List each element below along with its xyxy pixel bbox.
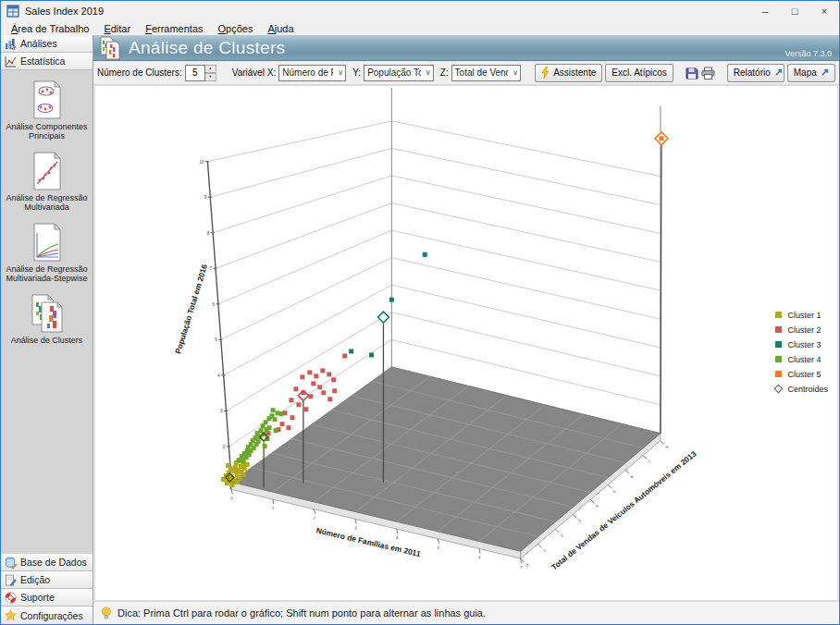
- data-point[interactable]: [230, 483, 235, 487]
- data-point[interactable]: [342, 353, 347, 358]
- stepper-down-button[interactable]: ▼: [205, 73, 216, 81]
- data-point[interactable]: [289, 398, 293, 402]
- variable-x-select[interactable]: Número de Família ∨: [278, 65, 346, 81]
- data-point[interactable]: [263, 444, 267, 448]
- variable-y-select[interactable]: População Total em ∨: [364, 65, 434, 81]
- data-point[interactable]: [349, 349, 353, 353]
- data-point[interactable]: [274, 428, 278, 433]
- cluster-swatch-icon: [775, 312, 782, 318]
- chart-panel: 1098765432101234567012345678População To…: [94, 85, 838, 601]
- tool-analise-componentes-principais[interactable]: Análise Componentes Principais: [2, 80, 93, 141]
- data-point[interactable]: [321, 390, 326, 395]
- clusters-count-input[interactable]: [185, 65, 205, 81]
- data-point[interactable]: [286, 425, 290, 430]
- tool-analise-de-clusters[interactable]: Análise de Clusters: [2, 293, 93, 345]
- data-point[interactable]: [300, 374, 304, 379]
- sidebar-item-suporte[interactable]: Suporte: [1, 589, 93, 607]
- sidebar-item-edicao[interactable]: Edição: [1, 571, 93, 589]
- database-icon: [5, 557, 17, 569]
- data-point[interactable]: [241, 472, 246, 477]
- data-point[interactable]: [290, 415, 294, 420]
- bar-chart-icon: [5, 38, 17, 50]
- lifebuoy-icon: [5, 592, 17, 604]
- y-axis-title: População Total em 2016: [173, 263, 209, 354]
- print-button[interactable]: [701, 64, 715, 82]
- assistant-button[interactable]: Assistente: [535, 64, 602, 82]
- stepper-up-button[interactable]: ▲: [205, 65, 216, 73]
- menu-bar: Área de Trabalho Editar Ferramentas Opçõ…: [1, 21, 839, 35]
- svg-text:3: 3: [577, 518, 582, 523]
- menu-ajuda[interactable]: Ajuda: [261, 23, 300, 34]
- data-point[interactable]: [271, 408, 276, 412]
- data-point[interactable]: [314, 374, 318, 378]
- exclude-outliers-button[interactable]: Excl. Atípicos: [605, 64, 673, 82]
- floppy-disk-icon: [686, 67, 698, 80]
- lightning-icon: [541, 67, 550, 79]
- data-point[interactable]: [320, 368, 325, 373]
- edit-page-icon: [5, 574, 17, 586]
- data-point[interactable]: [331, 377, 336, 382]
- data-point[interactable]: [256, 439, 261, 444]
- legend-item: Centroides: [775, 385, 828, 393]
- svg-text:3: 3: [220, 409, 223, 413]
- data-point[interactable]: [659, 136, 663, 141]
- tool-analise-regressao-stepwise[interactable]: Análise de Regressão Multivariada-Stepwi…: [2, 222, 93, 283]
- svg-text:3: 3: [354, 525, 358, 531]
- star-icon: [5, 609, 17, 621]
- data-point[interactable]: [308, 394, 313, 398]
- cluster-swatch-icon: [775, 356, 782, 362]
- variable-z-select[interactable]: Total de Vendas de ∨: [451, 65, 522, 81]
- data-point[interactable]: [307, 370, 312, 374]
- legend-item: Cluster 2: [775, 325, 828, 334]
- title-bar: Sales Index 2019 – □ ×: [1, 1, 839, 21]
- close-button[interactable]: ×: [809, 1, 839, 21]
- minimize-button[interactable]: –: [750, 1, 780, 21]
- menu-editar[interactable]: Editar: [97, 23, 137, 34]
- sidebar-item-base-de-dados[interactable]: Base de Dados: [1, 554, 93, 571]
- maximize-button[interactable]: □: [780, 1, 809, 21]
- sidebar: Análises Estatística: [1, 35, 93, 624]
- legend-item: Cluster 3: [775, 340, 828, 349]
- legend-label: Cluster 3: [787, 340, 821, 349]
- sidebar-tool-list: Análise Componentes Principais Análise d…: [1, 70, 93, 554]
- data-point[interactable]: [303, 407, 308, 411]
- data-point[interactable]: [317, 385, 322, 389]
- cluster-points-cluster-5: [659, 136, 663, 141]
- data-point[interactable]: [293, 386, 298, 391]
- data-point[interactable]: [226, 463, 230, 468]
- data-point[interactable]: [280, 422, 285, 426]
- data-point[interactable]: [267, 425, 272, 430]
- tool-analise-regressao-multivariada[interactable]: Análise de Regressão Multivariada: [2, 151, 93, 212]
- menu-opcoes[interactable]: Opções: [212, 23, 260, 34]
- data-point[interactable]: [332, 388, 337, 393]
- map-button[interactable]: Mapa ↗: [787, 64, 835, 82]
- legend-item: Cluster 4: [775, 355, 828, 363]
- data-point[interactable]: [279, 411, 284, 416]
- cluster-3d-chart[interactable]: 1098765432101234567012345678População To…: [95, 86, 837, 600]
- menu-area-de-trabalho[interactable]: Área de Trabalho: [5, 23, 95, 34]
- printer-icon: [701, 67, 715, 80]
- sidebar-section-analises[interactable]: Análises: [1, 35, 93, 53]
- data-point[interactable]: [296, 402, 301, 407]
- sidebar-item-configuracoes[interactable]: Configurações: [1, 607, 93, 624]
- data-point[interactable]: [327, 372, 331, 376]
- data-point[interactable]: [389, 298, 394, 302]
- data-point[interactable]: [327, 397, 332, 401]
- status-tip-text: Dica: Prima Ctrl para rodar o gráfico; S…: [117, 607, 486, 619]
- variable-z-label: Z:: [440, 67, 449, 78]
- page-title: Análise de Clusters: [129, 38, 285, 58]
- menu-ferramentas[interactable]: Ferramentas: [139, 23, 209, 34]
- svg-text:7: 7: [647, 460, 651, 465]
- data-point[interactable]: [311, 381, 315, 386]
- svg-text:9: 9: [204, 195, 207, 200]
- data-point[interactable]: [423, 252, 427, 257]
- app-icon: [6, 5, 19, 18]
- data-point[interactable]: [369, 352, 374, 357]
- y-axis-line: [207, 162, 231, 483]
- save-button[interactable]: [686, 64, 698, 82]
- legend-label: Cluster 2: [787, 325, 821, 335]
- report-button[interactable]: Relatório ↗: [727, 64, 784, 82]
- data-point[interactable]: [273, 417, 278, 422]
- svg-text:4: 4: [395, 535, 399, 541]
- sidebar-section-estatistica[interactable]: Estatística: [1, 53, 93, 70]
